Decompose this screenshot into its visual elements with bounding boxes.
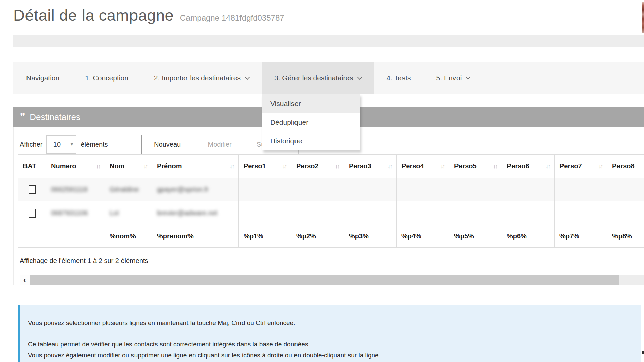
cell-nom: Géraldine	[105, 178, 152, 201]
column-header-perso2[interactable]: Perso2 ↓↑	[291, 155, 344, 178]
page-size-value: 10	[47, 136, 67, 153]
column-header-perso7[interactable]: Perso7 ↓↑	[555, 155, 607, 178]
page-subtitle: Campagne 1481fdgfd035787	[180, 13, 284, 22]
show-label: Afficher	[20, 141, 42, 148]
tab-label: Navigation	[26, 74, 59, 82]
scroll-left-button[interactable]: ‹	[20, 275, 30, 285]
row-checkbox[interactable]	[29, 185, 36, 194]
sort-icon: ↓↑	[96, 163, 100, 170]
column-label: Nom	[110, 162, 124, 170]
footer-cell	[18, 225, 46, 248]
footer-cell: %p5%	[449, 225, 502, 248]
select-arrow-icon: ▼	[67, 136, 76, 153]
header-row: BAT Numero ↓↑ Nom ↓↑ Prénom ↓↑ Perso1 ↓↑	[18, 155, 644, 178]
recipients-table: BAT Numero ↓↑ Nom ↓↑ Prénom ↓↑ Perso1 ↓↑	[18, 154, 644, 248]
footer-cell: %p2%	[291, 225, 344, 248]
page-title: Détail de la campagne	[13, 6, 174, 24]
footer-cell: %p6%	[502, 225, 555, 248]
blurred-value: Loï	[110, 209, 119, 217]
cell-bat	[18, 201, 46, 225]
menu-item-historique[interactable]: Historique	[262, 132, 360, 150]
scrollbar-track[interactable]	[30, 275, 644, 285]
column-label: Perso1	[244, 162, 266, 170]
blurred-value: gpayer@sprion.fr	[157, 186, 209, 193]
footer-cell	[46, 225, 105, 248]
column-header-nom[interactable]: Nom ↓↑	[105, 155, 152, 178]
edit-button[interactable]: Modifier	[194, 135, 246, 154]
sort-icon: ↓↑	[388, 163, 392, 170]
menu-item-visualiser[interactable]: Visualiser	[262, 94, 360, 113]
tab-label: 1. Conception	[85, 74, 128, 82]
sort-icon: ↓↑	[493, 163, 497, 170]
blurred-value: 0687931106	[51, 209, 88, 217]
title-divider	[13, 35, 644, 47]
blurred-value: 0662591118	[51, 186, 87, 193]
tab-label: 3. Gérer les destinataires	[274, 74, 353, 82]
column-header-numero[interactable]: Numero ↓↑	[46, 155, 105, 178]
sort-icon: ↓↑	[598, 163, 602, 170]
column-label: Perso8	[612, 162, 635, 170]
table-row[interactable]: 0687931106 Loï brevier@adware.net	[18, 201, 644, 225]
footer-cell: %nom%	[105, 225, 152, 248]
gerer-destinataires-dropdown: Visualiser Dédupliquer Historique	[262, 94, 360, 150]
footer-cell: %p8%	[607, 225, 644, 248]
info-line: Ce tableau permet de vérifier que les co…	[28, 339, 641, 350]
footer-row: %nom% %prenom% %p1% %p2% %p3% %p4% %p5% …	[18, 225, 644, 248]
screen-edge-notch	[642, 351, 644, 354]
cell-nom: Loï	[105, 201, 152, 225]
blurred-value: brevier@adware.net	[157, 209, 217, 217]
sort-icon: ↓↑	[282, 163, 286, 170]
column-label: Perso4	[401, 162, 424, 170]
footer-cell: %p3%	[344, 225, 397, 248]
campaign-step-nav: Navigation 1. Conception 2. Importer les…	[13, 62, 644, 94]
panel-title: Destinataires	[30, 112, 80, 122]
column-label: Perso2	[296, 162, 319, 170]
tab-importer-destinataires[interactable]: 2. Importer les destinataires	[141, 62, 262, 94]
info-line: Vous pouvez également modifier ou suppri…	[28, 350, 641, 361]
column-header-perso5[interactable]: Perso5 ↓↑	[449, 155, 502, 178]
column-header-perso6[interactable]: Perso6 ↓↑	[502, 155, 555, 178]
column-header-perso1[interactable]: Perso1 ↓↑	[239, 155, 291, 178]
horizontal-scrollbar: ‹	[20, 275, 644, 285]
footer-cell: %p4%	[397, 225, 449, 248]
sort-icon: ↓↑	[440, 163, 444, 170]
footer-cell: %p1%	[239, 225, 291, 248]
scrollbar-thumb[interactable]	[30, 275, 619, 285]
chevron-down-icon	[357, 75, 362, 80]
menu-item-dedupliquer[interactable]: Dédupliquer	[262, 113, 360, 132]
column-label: Perso7	[559, 162, 582, 170]
table-row[interactable]: 0662591118 Géraldine gpayer@sprion.fr	[18, 178, 644, 201]
tab-navigation[interactable]: Navigation	[13, 62, 72, 94]
sort-icon: ↓↑	[230, 163, 234, 170]
cell-numero: 0662591118	[46, 178, 105, 201]
column-label: Perso3	[349, 162, 371, 170]
column-header-prenom[interactable]: Prénom ↓↑	[152, 155, 239, 178]
cell-prenom: gpayer@sprion.fr	[152, 178, 239, 201]
results-summary: Affichage de l'élement 1 à 2 sur 2 éléme…	[20, 257, 644, 265]
column-header-perso4[interactable]: Perso4 ↓↑	[397, 155, 449, 178]
cell-bat	[18, 178, 46, 201]
tab-label: 4. Tests	[387, 74, 411, 82]
tab-gerer-destinataires[interactable]: 3. Gérer les destinataires Visualiser Dé…	[262, 62, 374, 94]
footer-cell: %prenom%	[152, 225, 239, 248]
column-header-bat: BAT	[18, 155, 46, 178]
new-button[interactable]: Nouveau	[141, 135, 194, 154]
quote-icon: ❞	[20, 107, 25, 127]
tab-tests[interactable]: 4. Tests	[374, 62, 424, 94]
cell-numero: 0687931106	[46, 201, 105, 225]
column-header-perso3[interactable]: Perso3 ↓↑	[344, 155, 397, 178]
row-checkbox[interactable]	[29, 209, 36, 218]
recipients-table-wrap: BAT Numero ↓↑ Nom ↓↑ Prénom ↓↑ Perso1 ↓↑	[18, 154, 644, 248]
tab-conception[interactable]: 1. Conception	[72, 62, 141, 94]
column-label: Prénom	[157, 162, 182, 170]
page-size-select[interactable]: 10 ▼	[46, 135, 76, 154]
column-header-perso8[interactable]: Perso8 ↓↑	[607, 155, 644, 178]
column-label: Perso5	[454, 162, 477, 170]
tab-label: 5. Envoi	[436, 74, 462, 82]
tab-envoi[interactable]: 5. Envoi	[424, 62, 483, 94]
sort-icon: ↓↑	[546, 163, 550, 170]
column-label: Numero	[51, 162, 76, 170]
footer-cell: %p7%	[555, 225, 607, 248]
info-box: Vous pouvez sélectionner plusieurs ligne…	[18, 305, 641, 362]
page-header: Détail de la campagne Campagne 1481fdgfd…	[13, 6, 284, 24]
